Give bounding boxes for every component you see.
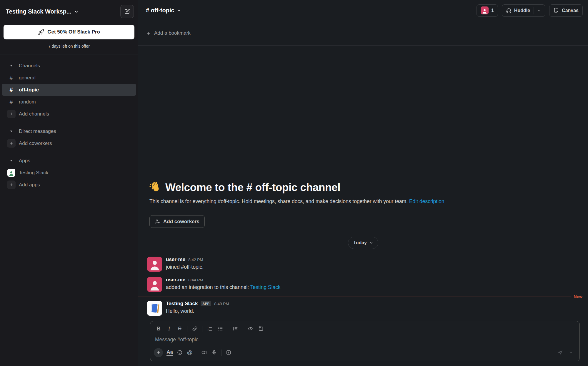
section-apps[interactable]: Apps [2, 155, 136, 167]
message-row[interactable]: Testing Slack APP 8:49 PM Hello, world. [138, 298, 588, 319]
new-message-button[interactable] [120, 5, 134, 18]
mention-glyph: @ [187, 349, 192, 356]
person-icon [481, 8, 488, 14]
message-timestamp[interactable]: 8:44 PM [188, 278, 203, 282]
hash-icon: # [6, 99, 16, 105]
send-button[interactable] [554, 347, 566, 357]
send-options-button[interactable] [566, 347, 576, 357]
code-icon [247, 326, 253, 332]
attach-button[interactable] [154, 348, 163, 357]
chevron-down-icon [369, 241, 373, 245]
edit-description-link[interactable]: Edit description [409, 198, 444, 204]
audio-button[interactable] [209, 347, 219, 357]
strikethrough-glyph: S [178, 326, 181, 332]
add-coworkers-label: Add coworkers [19, 141, 52, 146]
channel-intro: Welcome to the # off-topic channel This … [138, 181, 588, 228]
person-icon [148, 278, 161, 292]
message-author[interactable]: user-me [166, 257, 185, 263]
message-text-run: added an integration to this channel: [166, 284, 250, 290]
italic-button[interactable]: I [164, 324, 174, 334]
message-row[interactable]: user-me 8:42 PM joined #off-topic. [138, 254, 588, 275]
section-label: Apps [19, 158, 30, 164]
emoji-button[interactable] [175, 347, 185, 357]
sidebar-item-general[interactable]: # general [2, 72, 136, 84]
compose-icon [124, 8, 130, 15]
message-text: added an integration to this channel: Te… [166, 284, 281, 290]
video-button[interactable] [199, 347, 209, 357]
message-pane[interactable]: Welcome to the # off-topic channel This … [138, 46, 588, 319]
person-plus-icon [155, 219, 160, 224]
add-channels-label: Add channels [19, 111, 49, 117]
sidebar-item-random[interactable]: # random [2, 96, 136, 108]
huddle-label: Huddle [514, 8, 530, 13]
pro-offer-banner: Get 50% Off Slack Pro 7 days left on thi… [0, 20, 138, 54]
section-channels[interactable]: Channels [2, 60, 136, 72]
workspace-name: Testing Slack Worksp... [6, 8, 71, 15]
message-input[interactable] [155, 337, 575, 343]
headphones-icon [506, 8, 512, 13]
message-row[interactable]: user-me 8:44 PM added an integration to … [138, 275, 588, 295]
channel-title-button[interactable]: # off-topic [146, 7, 181, 14]
offer-expiry-note: 7 days left on this offer [4, 44, 134, 49]
add-bookmark-button[interactable]: Add a bookmark [138, 21, 588, 46]
message-timestamp[interactable]: 8:49 PM [214, 302, 229, 306]
avatar[interactable] [147, 257, 162, 272]
message-author[interactable]: user-me [166, 277, 185, 283]
app-avatar[interactable] [147, 301, 162, 316]
date-divider: Today [138, 237, 588, 249]
send-icon [557, 350, 563, 356]
integration-link[interactable]: Testing Slack [250, 284, 281, 290]
caret-down-icon [6, 130, 16, 133]
chevron-down-icon [569, 350, 573, 355]
person-icon [8, 170, 15, 177]
bold-button[interactable]: B [153, 324, 164, 334]
code-block-button[interactable] [256, 324, 266, 334]
mention-button[interactable]: @ [185, 347, 195, 357]
person-icon [148, 258, 161, 272]
sidebar-item-add-coworkers[interactable]: Add coworkers [2, 137, 136, 149]
message-timestamp[interactable]: 8:42 PM [188, 258, 203, 262]
plus-chip [6, 110, 16, 118]
sidebar-nav: Channels # general # off-topic # random … [0, 54, 138, 191]
divider [228, 326, 228, 332]
message-body: Testing Slack APP 8:49 PM Hello, world. [166, 301, 229, 316]
add-coworkers-button[interactable]: Add coworkers [149, 215, 205, 228]
ordered-list-button[interactable]: 1 2 [204, 324, 215, 334]
workspace-switcher[interactable]: Testing Slack Worksp... [6, 8, 79, 15]
chevron-down-icon [177, 9, 181, 12]
section-direct-messages[interactable]: Direct messages [2, 125, 136, 137]
sidebar: Testing Slack Worksp... Get 50% Off Slac… [0, 0, 138, 366]
date-label: Today [353, 240, 367, 245]
member-count-button[interactable]: 1 [477, 4, 498, 17]
huddle-options-chevron-icon[interactable] [537, 9, 541, 12]
divider [221, 350, 221, 356]
channel-header: # off-topic 1 [138, 0, 588, 21]
message-text: joined #off-topic. [166, 264, 204, 270]
unread-divider: New [138, 295, 588, 298]
message-head: user-me 8:44 PM [166, 277, 281, 283]
strikethrough-button[interactable]: S [174, 324, 185, 334]
date-jump-button[interactable]: Today [348, 237, 378, 249]
channel-label: general [19, 75, 36, 81]
sidebar-item-testing-slack-app[interactable]: Testing Slack [2, 167, 136, 179]
sidebar-item-add-channels[interactable]: Add channels [2, 108, 136, 120]
slash-commands-icon [226, 350, 231, 355]
sidebar-item-add-apps[interactable]: Add apps [2, 179, 136, 191]
intro-description-text: This channel is for everything #off-topi… [149, 198, 408, 204]
canvas-icon [553, 8, 559, 14]
link-button[interactable] [189, 324, 200, 334]
slash-commands-button[interactable] [224, 347, 234, 357]
formatting-toggle-button[interactable]: Aa [165, 347, 175, 357]
message-author[interactable]: Testing Slack [166, 301, 198, 307]
upgrade-pro-button[interactable]: Get 50% Off Slack Pro [4, 25, 134, 39]
sidebar-item-off-topic[interactable]: # off-topic [2, 84, 136, 96]
code-button[interactable] [245, 324, 256, 334]
blockquote-button[interactable] [230, 324, 241, 334]
channel-label: random [19, 99, 36, 105]
bulleted-list-button[interactable] [215, 324, 226, 334]
huddle-button[interactable]: Huddle [502, 4, 545, 17]
formatting-toggle-label: Aa [166, 349, 173, 356]
canvas-button[interactable]: Canvas [549, 4, 583, 17]
plus-icon [9, 112, 13, 116]
avatar[interactable] [147, 277, 162, 292]
